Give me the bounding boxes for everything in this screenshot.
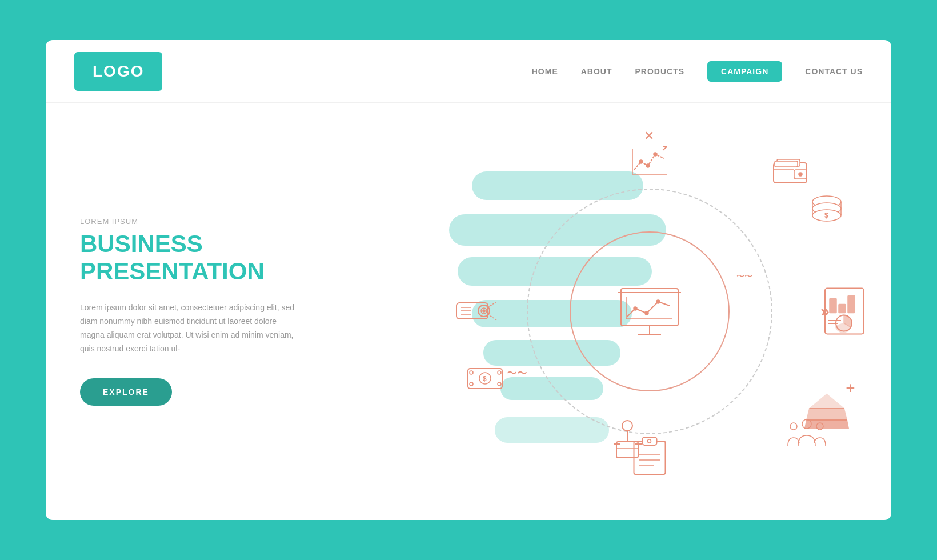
deco-double-arrow: » [820,302,830,321]
money-stack-svg: $ [810,191,844,229]
svg-rect-60 [839,305,846,313]
logo: LOGO [74,52,162,91]
navigation: HOME ABOUT PRODUCTS CAMPAIGN CONTACT US [532,61,863,82]
money-stack-icon-item: $ [810,191,844,229]
nav-home[interactable]: HOME [532,67,558,76]
svg-point-13 [654,153,657,156]
svg-marker-66 [810,394,844,409]
svg-point-18 [799,173,802,176]
nav-contact[interactable]: CONTACT US [805,67,863,76]
center-presentation-icon [618,286,681,337]
svg-point-46 [622,421,632,431]
svg-rect-0 [621,289,678,326]
svg-rect-21 [775,161,798,167]
line-chart-svg [630,146,670,177]
svg-text:$: $ [824,211,828,219]
svg-text:$: $ [483,375,487,383]
svg-point-45 [498,382,501,386]
hero-section: LOREM IPSUM BUSINESS PRESENTATION Lorem … [46,103,891,520]
svg-point-44 [498,371,501,374]
deco-squiggle-right: 〜〜 [736,271,752,282]
presentation-board-svg [618,286,681,337]
money-bill-svg: $ [467,366,504,391]
svg-point-71 [802,419,811,429]
projector-svg [455,297,498,326]
svg-point-4 [634,307,637,310]
svg-point-12 [646,164,650,167]
explore-button[interactable]: EXPLORE [80,378,172,406]
wallet-icon-item [772,157,810,186]
svg-line-37 [488,302,496,307]
svg-point-73 [816,423,823,430]
main-card: LOGO HOME ABOUT PRODUCTS CAMPAIGN CONTAC… [46,40,891,520]
circle-diagram: $ [518,180,781,443]
nav-products[interactable]: PRODUCTS [635,67,685,76]
svg-point-11 [639,160,643,163]
people-svg [787,417,827,449]
hero-title: BUSINESS PRESENTATION [80,230,392,286]
clipboard-icon-item [631,434,668,477]
svg-point-72 [790,423,797,430]
people-group-icon-item [787,417,827,449]
nav-about[interactable]: ABOUT [581,67,612,76]
clipboard-svg [631,434,668,477]
projector-icon-item [455,297,498,326]
svg-rect-61 [848,296,855,313]
report-chart-svg [824,287,867,336]
line-chart-icon-item [630,146,670,177]
report-chart-icon-item [824,287,867,336]
svg-point-6 [656,300,660,303]
svg-rect-59 [830,299,836,313]
wallet-svg [772,157,810,186]
svg-point-5 [645,311,648,315]
header: LOGO HOME ABOUT PRODUCTS CAMPAIGN CONTAC… [46,40,891,103]
hero-left: LOREM IPSUM BUSINESS PRESENTATION Lorem … [46,103,426,520]
svg-point-42 [470,371,473,374]
money-bill-icon-item: $ [467,366,504,391]
svg-rect-52 [634,441,665,474]
deco-asterisk: ✕ [644,129,654,143]
lorem-label: LOREM IPSUM [80,217,392,226]
svg-point-33 [483,310,485,312]
nav-campaign[interactable]: CAMPAIGN [707,61,782,82]
deco-squiggle-left: 〜〜 [507,366,527,380]
svg-point-43 [470,382,473,386]
svg-line-38 [488,314,496,320]
deco-plus: + [846,379,855,397]
hero-illustration: $ [426,103,891,520]
svg-rect-53 [642,437,656,445]
hero-description: Lorem ipsum dolor sit amet, consectetuer… [80,301,297,355]
